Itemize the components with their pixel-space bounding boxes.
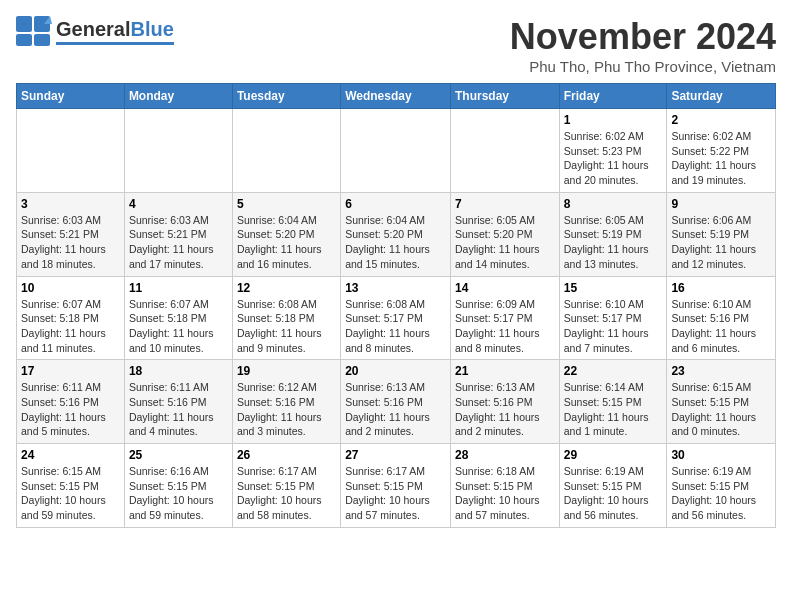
logo: GeneralBlue [16, 16, 174, 46]
day-info: Sunrise: 6:06 AMSunset: 5:19 PMDaylight:… [671, 213, 771, 272]
day-number: 21 [455, 364, 555, 378]
location: Phu Tho, Phu Tho Province, Vietnam [510, 58, 776, 75]
day-info: Sunrise: 6:15 AMSunset: 5:15 PMDaylight:… [21, 464, 120, 523]
calendar-cell: 5Sunrise: 6:04 AMSunset: 5:20 PMDaylight… [232, 192, 340, 276]
day-info: Sunrise: 6:13 AMSunset: 5:16 PMDaylight:… [345, 380, 446, 439]
calendar-cell: 2Sunrise: 6:02 AMSunset: 5:22 PMDaylight… [667, 109, 776, 193]
day-info: Sunrise: 6:19 AMSunset: 5:15 PMDaylight:… [671, 464, 771, 523]
calendar-cell: 28Sunrise: 6:18 AMSunset: 5:15 PMDayligh… [450, 444, 559, 528]
day-info: Sunrise: 6:18 AMSunset: 5:15 PMDaylight:… [455, 464, 555, 523]
day-info: Sunrise: 6:11 AMSunset: 5:16 PMDaylight:… [21, 380, 120, 439]
logo-icon [16, 16, 52, 46]
day-number: 12 [237, 281, 336, 295]
day-info: Sunrise: 6:10 AMSunset: 5:17 PMDaylight:… [564, 297, 663, 356]
calendar: SundayMondayTuesdayWednesdayThursdayFrid… [16, 83, 776, 528]
calendar-cell: 19Sunrise: 6:12 AMSunset: 5:16 PMDayligh… [232, 360, 340, 444]
day-number: 9 [671, 197, 771, 211]
calendar-cell: 10Sunrise: 6:07 AMSunset: 5:18 PMDayligh… [17, 276, 125, 360]
calendar-cell: 23Sunrise: 6:15 AMSunset: 5:15 PMDayligh… [667, 360, 776, 444]
calendar-cell: 27Sunrise: 6:17 AMSunset: 5:15 PMDayligh… [341, 444, 451, 528]
day-number: 28 [455, 448, 555, 462]
calendar-cell: 30Sunrise: 6:19 AMSunset: 5:15 PMDayligh… [667, 444, 776, 528]
calendar-cell: 24Sunrise: 6:15 AMSunset: 5:15 PMDayligh… [17, 444, 125, 528]
calendar-cell: 20Sunrise: 6:13 AMSunset: 5:16 PMDayligh… [341, 360, 451, 444]
day-info: Sunrise: 6:16 AMSunset: 5:15 PMDaylight:… [129, 464, 228, 523]
day-info: Sunrise: 6:12 AMSunset: 5:16 PMDaylight:… [237, 380, 336, 439]
calendar-cell: 21Sunrise: 6:13 AMSunset: 5:16 PMDayligh… [450, 360, 559, 444]
header-tuesday: Tuesday [232, 84, 340, 109]
day-number: 4 [129, 197, 228, 211]
day-number: 1 [564, 113, 663, 127]
day-number: 23 [671, 364, 771, 378]
day-number: 27 [345, 448, 446, 462]
week-row-2: 3Sunrise: 6:03 AMSunset: 5:21 PMDaylight… [17, 192, 776, 276]
day-info: Sunrise: 6:10 AMSunset: 5:16 PMDaylight:… [671, 297, 771, 356]
day-info: Sunrise: 6:05 AMSunset: 5:19 PMDaylight:… [564, 213, 663, 272]
header-saturday: Saturday [667, 84, 776, 109]
day-number: 29 [564, 448, 663, 462]
calendar-cell: 26Sunrise: 6:17 AMSunset: 5:15 PMDayligh… [232, 444, 340, 528]
day-info: Sunrise: 6:19 AMSunset: 5:15 PMDaylight:… [564, 464, 663, 523]
day-info: Sunrise: 6:08 AMSunset: 5:17 PMDaylight:… [345, 297, 446, 356]
title-area: November 2024 Phu Tho, Phu Tho Province,… [510, 16, 776, 75]
day-number: 18 [129, 364, 228, 378]
calendar-cell: 8Sunrise: 6:05 AMSunset: 5:19 PMDaylight… [559, 192, 667, 276]
day-number: 10 [21, 281, 120, 295]
day-number: 17 [21, 364, 120, 378]
week-row-3: 10Sunrise: 6:07 AMSunset: 5:18 PMDayligh… [17, 276, 776, 360]
calendar-cell [341, 109, 451, 193]
calendar-cell [17, 109, 125, 193]
header-wednesday: Wednesday [341, 84, 451, 109]
day-number: 16 [671, 281, 771, 295]
calendar-header-row: SundayMondayTuesdayWednesdayThursdayFrid… [17, 84, 776, 109]
day-number: 14 [455, 281, 555, 295]
day-info: Sunrise: 6:13 AMSunset: 5:16 PMDaylight:… [455, 380, 555, 439]
calendar-cell: 13Sunrise: 6:08 AMSunset: 5:17 PMDayligh… [341, 276, 451, 360]
day-info: Sunrise: 6:15 AMSunset: 5:15 PMDaylight:… [671, 380, 771, 439]
calendar-cell: 16Sunrise: 6:10 AMSunset: 5:16 PMDayligh… [667, 276, 776, 360]
day-number: 8 [564, 197, 663, 211]
svg-rect-2 [16, 34, 32, 46]
logo-blue: Blue [130, 18, 173, 40]
month-title: November 2024 [510, 16, 776, 58]
day-number: 25 [129, 448, 228, 462]
day-info: Sunrise: 6:02 AMSunset: 5:23 PMDaylight:… [564, 129, 663, 188]
calendar-cell: 22Sunrise: 6:14 AMSunset: 5:15 PMDayligh… [559, 360, 667, 444]
header-sunday: Sunday [17, 84, 125, 109]
day-info: Sunrise: 6:02 AMSunset: 5:22 PMDaylight:… [671, 129, 771, 188]
week-row-5: 24Sunrise: 6:15 AMSunset: 5:15 PMDayligh… [17, 444, 776, 528]
calendar-cell: 4Sunrise: 6:03 AMSunset: 5:21 PMDaylight… [124, 192, 232, 276]
day-info: Sunrise: 6:03 AMSunset: 5:21 PMDaylight:… [21, 213, 120, 272]
day-info: Sunrise: 6:11 AMSunset: 5:16 PMDaylight:… [129, 380, 228, 439]
day-number: 20 [345, 364, 446, 378]
day-number: 5 [237, 197, 336, 211]
header-thursday: Thursday [450, 84, 559, 109]
header: GeneralBlue November 2024 Phu Tho, Phu T… [16, 16, 776, 75]
calendar-cell: 14Sunrise: 6:09 AMSunset: 5:17 PMDayligh… [450, 276, 559, 360]
day-info: Sunrise: 6:17 AMSunset: 5:15 PMDaylight:… [345, 464, 446, 523]
calendar-cell: 3Sunrise: 6:03 AMSunset: 5:21 PMDaylight… [17, 192, 125, 276]
day-number: 6 [345, 197, 446, 211]
day-number: 7 [455, 197, 555, 211]
calendar-cell: 7Sunrise: 6:05 AMSunset: 5:20 PMDaylight… [450, 192, 559, 276]
calendar-cell: 18Sunrise: 6:11 AMSunset: 5:16 PMDayligh… [124, 360, 232, 444]
day-number: 24 [21, 448, 120, 462]
calendar-cell [124, 109, 232, 193]
day-info: Sunrise: 6:05 AMSunset: 5:20 PMDaylight:… [455, 213, 555, 272]
day-number: 30 [671, 448, 771, 462]
day-number: 22 [564, 364, 663, 378]
day-number: 3 [21, 197, 120, 211]
day-info: Sunrise: 6:08 AMSunset: 5:18 PMDaylight:… [237, 297, 336, 356]
day-info: Sunrise: 6:17 AMSunset: 5:15 PMDaylight:… [237, 464, 336, 523]
day-number: 15 [564, 281, 663, 295]
day-number: 11 [129, 281, 228, 295]
svg-rect-3 [34, 34, 50, 46]
calendar-cell [232, 109, 340, 193]
calendar-cell: 17Sunrise: 6:11 AMSunset: 5:16 PMDayligh… [17, 360, 125, 444]
day-number: 26 [237, 448, 336, 462]
header-friday: Friday [559, 84, 667, 109]
logo-general: General [56, 18, 130, 40]
day-number: 2 [671, 113, 771, 127]
calendar-cell: 29Sunrise: 6:19 AMSunset: 5:15 PMDayligh… [559, 444, 667, 528]
calendar-cell [450, 109, 559, 193]
